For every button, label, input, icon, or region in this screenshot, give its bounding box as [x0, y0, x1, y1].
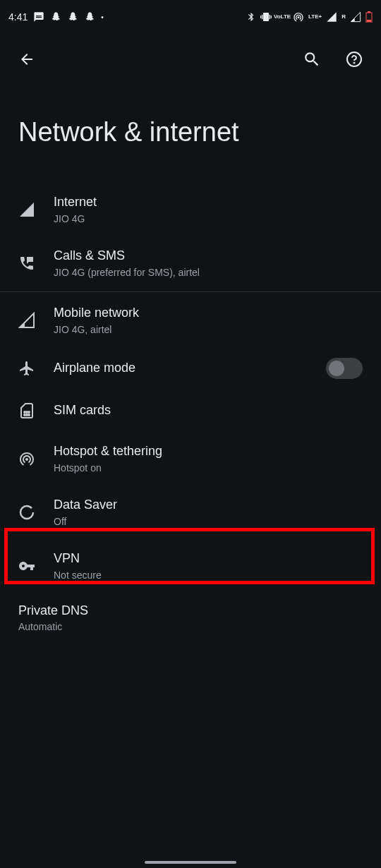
item-subtitle: JIO 4G, airtel	[54, 323, 363, 336]
message-icon	[33, 11, 44, 23]
help-button[interactable]	[340, 45, 368, 73]
settings-list: Internet JIO 4G Calls & SMS JIO 4G (pref…	[0, 183, 381, 644]
svg-point-6	[26, 411, 28, 413]
svg-point-11	[20, 506, 33, 519]
item-title: SIM cards	[54, 402, 363, 418]
airplane-icon	[18, 360, 54, 377]
item-vpn[interactable]: VPN Not secure	[0, 539, 381, 593]
snapchat-icon-3	[84, 11, 95, 23]
nav-handle[interactable]	[145, 861, 236, 864]
vpn-key-icon	[18, 557, 54, 574]
item-title: Mobile network	[54, 305, 363, 321]
volte-icon: VoLTE	[276, 14, 289, 20]
toggle-knob	[329, 361, 344, 376]
airplane-toggle[interactable]	[326, 358, 363, 379]
item-subtitle: JIO 4G	[54, 212, 363, 225]
signal-icon-1	[326, 11, 337, 23]
item-hotspot[interactable]: Hotspot & tethering Hotspot on	[0, 432, 381, 486]
search-button[interactable]	[298, 45, 326, 73]
svg-point-10	[28, 414, 30, 416]
item-data-saver[interactable]: Data Saver Off	[0, 486, 381, 539]
vibrate-icon	[260, 11, 272, 23]
item-calls-sms[interactable]: Calls & SMS JIO 4G (preferred for SMS), …	[0, 236, 381, 290]
svg-point-4	[354, 63, 355, 64]
item-sim-cards[interactable]: SIM cards	[0, 390, 381, 432]
item-title: Private DNS	[18, 603, 363, 619]
battery-icon	[365, 11, 373, 23]
status-right: VoLTE LTE+ R	[246, 11, 373, 23]
item-title: Data Saver	[54, 497, 363, 513]
snapchat-icon-2	[67, 11, 78, 23]
status-time: 4:41	[8, 11, 28, 23]
svg-rect-2	[367, 20, 371, 22]
item-title: Airplane mode	[54, 360, 326, 376]
phone-sms-icon	[18, 255, 54, 272]
data-saver-icon	[18, 504, 54, 521]
signal-outline-icon	[18, 312, 54, 329]
bluetooth-icon	[246, 12, 256, 22]
item-internet[interactable]: Internet JIO 4G	[0, 183, 381, 236]
page-title: Network & internet	[0, 85, 381, 183]
svg-point-9	[26, 414, 28, 416]
status-bar: 4:41 • VoLTE LTE+ R	[0, 0, 381, 34]
wifi-signal-icon	[18, 201, 54, 218]
roaming-icon: R	[341, 14, 346, 20]
dot-icon: •	[101, 13, 104, 21]
svg-point-5	[24, 411, 25, 413]
lte-icon: LTE+	[308, 14, 322, 20]
item-private-dns[interactable]: Private DNS Automatic	[0, 593, 381, 644]
item-subtitle: Automatic	[18, 620, 363, 633]
item-mobile-network[interactable]: Mobile network JIO 4G, airtel	[0, 294, 381, 347]
item-subtitle: Off	[54, 515, 363, 528]
item-subtitle: Hotspot on	[54, 462, 363, 474]
status-left: 4:41 •	[8, 11, 104, 23]
item-title: VPN	[54, 550, 363, 567]
item-title: Internet	[54, 194, 363, 210]
svg-point-7	[28, 411, 30, 413]
signal-icon-2	[350, 11, 361, 23]
snapchat-icon-1	[50, 11, 61, 23]
divider	[0, 291, 381, 292]
app-bar	[0, 34, 381, 85]
item-airplane-mode[interactable]: Airplane mode	[0, 347, 381, 390]
hotspot-status-icon	[293, 11, 304, 23]
item-title: Hotspot & tethering	[54, 443, 363, 459]
item-title: Calls & SMS	[54, 248, 363, 264]
hotspot-icon	[18, 450, 54, 467]
svg-point-8	[24, 414, 25, 416]
sim-card-icon	[18, 402, 54, 419]
item-subtitle: Not secure	[54, 569, 363, 581]
item-subtitle: JIO 4G (preferred for SMS), airtel	[54, 266, 363, 279]
back-button[interactable]	[13, 45, 41, 73]
